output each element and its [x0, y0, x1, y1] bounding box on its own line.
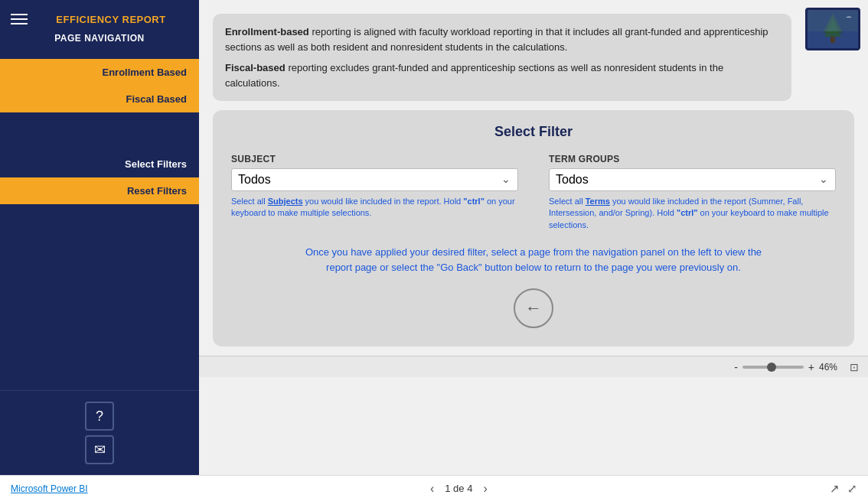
mail-icon: ✉ — [94, 441, 106, 458]
sidebar-bottom: ? ✉ — [0, 390, 199, 475]
zoom-control: - + 46% ⊡ — [734, 361, 859, 373]
sidebar-item-fiscal-based[interactable]: Fiscal Based — [0, 86, 199, 112]
bottom-right: ↗ ⤢ — [830, 482, 857, 496]
status-bar: - + 46% ⊡ — [199, 356, 868, 377]
mail-button[interactable]: ✉ — [85, 435, 114, 464]
info-box: Enrollment-based reporting is aligned wi… — [213, 14, 791, 101]
subject-filter-group: SUBJECT Todos Select all Subjects you wo… — [231, 154, 518, 231]
page-prev-button[interactable]: ‹ — [427, 482, 437, 496]
fullscreen-icon[interactable]: ⤢ — [847, 482, 857, 496]
sidebar-nav: Enrollment Based Fiscal Based Select Fil… — [0, 59, 199, 204]
sidebar-item-reset-filters[interactable]: Reset Filters — [0, 177, 199, 204]
help-icon: ? — [96, 408, 103, 425]
sidebar-item-select-filters[interactable]: Select Filters — [0, 151, 199, 177]
term-filter-group: TERM GROUPS Todos Select all Terms you w… — [549, 154, 836, 231]
help-button[interactable]: ? — [85, 402, 114, 431]
subject-select[interactable]: Todos — [231, 168, 518, 191]
zoom-level: 46% — [819, 362, 845, 372]
term-select-wrapper: Todos — [549, 168, 836, 191]
back-button[interactable]: ← — [514, 288, 553, 328]
page-next-button[interactable]: › — [480, 482, 490, 496]
subject-label: SUBJECT — [231, 154, 518, 164]
filter-title: Select Filter — [231, 124, 836, 140]
filter-row: SUBJECT Todos Select all Subjects you wo… — [231, 154, 836, 231]
subject-hint: Select all Subjects you would like inclu… — [231, 196, 518, 220]
zoom-minus[interactable]: - — [734, 361, 738, 373]
page-nav: ‹ 1 de 4 › — [427, 482, 491, 496]
svg-rect-4 — [830, 37, 835, 43]
sidebar-subtitle: PAGE NAVIGATION — [54, 33, 145, 44]
sidebar: EFFICIENCY REPORT PAGE NAVIGATION Enroll… — [0, 0, 199, 475]
sidebar-header: EFFICIENCY REPORT PAGE NAVIGATION — [0, 0, 199, 51]
subject-select-wrapper: Todos — [231, 168, 518, 191]
logo — [805, 8, 860, 50]
sidebar-title: EFFICIENCY REPORT — [56, 14, 165, 25]
share-icon[interactable]: ↗ — [830, 482, 840, 496]
svg-rect-5 — [808, 10, 858, 31]
fiscal-info: Fiscal-based reporting excludes grant-fu… — [225, 60, 779, 90]
fit-icon[interactable]: ⊡ — [850, 361, 859, 373]
bottom-bar: Microsoft Power BI ‹ 1 de 4 › ↗ ⤢ — [0, 475, 868, 501]
sidebar-item-enrollment-based[interactable]: Enrollment Based — [0, 59, 199, 86]
logo-image — [808, 10, 858, 48]
zoom-plus[interactable]: + — [808, 361, 814, 373]
content-area: Enrollment-based reporting is aligned wi… — [199, 0, 868, 475]
term-label: TERM GROUPS — [549, 154, 836, 164]
enrollment-info: Enrollment-based reporting is aligned wi… — [225, 24, 779, 54]
filter-card: Select Filter SUBJECT Todos Select all S… — [213, 110, 854, 346]
term-hint: Select all Terms you would like included… — [549, 196, 836, 231]
filter-instruction: Once you have applied your desired filte… — [231, 245, 836, 275]
hamburger-menu[interactable] — [11, 14, 28, 24]
back-button-wrapper: ← — [231, 288, 836, 328]
zoom-slider[interactable] — [742, 366, 804, 369]
term-select[interactable]: Todos — [549, 168, 836, 191]
back-icon: ← — [525, 298, 542, 318]
powerbi-link[interactable]: Microsoft Power BI — [11, 483, 88, 494]
page-indicator: 1 de 4 — [445, 483, 472, 494]
